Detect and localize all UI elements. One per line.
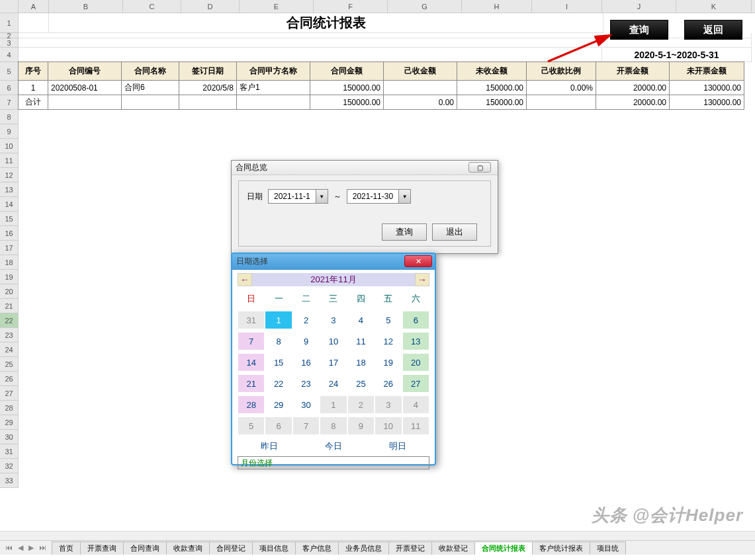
row-header[interactable]: 32 — [0, 459, 19, 473]
row-header[interactable]: 27 — [0, 386, 19, 401]
cell-unreceived[interactable]: 150000.00 — [457, 80, 527, 95]
row-header[interactable]: 23 — [0, 328, 19, 342]
calendar-day[interactable]: 25 — [348, 375, 374, 392]
row-header[interactable]: 6 — [0, 81, 19, 95]
calendar-day[interactable]: 14 — [238, 354, 264, 371]
row-header[interactable]: 16 — [0, 226, 19, 241]
col-header[interactable]: G — [388, 0, 462, 13]
calendar-day[interactable]: 8 — [320, 417, 346, 434]
sheet-tab[interactable]: 合同查询 — [123, 541, 167, 555]
row-header[interactable]: 1 — [0, 13, 19, 33]
cell-total-amount[interactable]: 150000.00 — [310, 95, 384, 110]
calendar-day[interactable]: 5 — [375, 311, 401, 329]
row-header[interactable]: 25 — [0, 357, 19, 372]
table-total-row[interactable]: 合计 150000.00 0.00 150000.00 20000.00 130… — [19, 95, 752, 110]
row-header[interactable]: 14 — [0, 197, 19, 212]
calendar-day[interactable]: 9 — [348, 417, 374, 434]
tomorrow-link[interactable]: 明日 — [381, 439, 414, 454]
col-header[interactable]: I — [532, 0, 602, 13]
row-header[interactable]: 11 — [0, 153, 19, 168]
calendar-day[interactable]: 6 — [265, 417, 291, 434]
month-select-input[interactable]: 月份选择 — [238, 456, 429, 469]
today-link[interactable]: 今日 — [317, 439, 350, 454]
col-header[interactable]: K — [676, 0, 752, 13]
cell-ratio[interactable]: 0.00% — [526, 80, 596, 95]
calendar-day[interactable]: 29 — [265, 396, 291, 413]
calendar-day[interactable]: 3 — [320, 311, 346, 329]
date-to-combo[interactable]: 2021-11-30 ▼ — [347, 189, 411, 204]
last-tab-icon[interactable]: ⏭ — [39, 543, 46, 552]
col-header[interactable]: E — [240, 0, 314, 13]
row-header[interactable]: 26 — [0, 372, 19, 386]
calendar-day[interactable]: 1 — [320, 396, 346, 413]
cell-amount[interactable]: 150000.00 — [310, 80, 384, 95]
row-header[interactable]: 21 — [0, 299, 19, 313]
sheet-tab[interactable]: 收款查询 — [166, 541, 210, 555]
calendar-day[interactable]: 28 — [238, 396, 264, 413]
calendar-day[interactable]: 15 — [265, 354, 291, 371]
calendar-day[interactable]: 7 — [293, 417, 319, 434]
row-header[interactable]: 15 — [0, 212, 19, 226]
cell-code[interactable]: 20200508-01 — [48, 80, 122, 95]
row-header[interactable]: 24 — [0, 342, 19, 357]
sheet-tab[interactable]: 客户信息 — [295, 541, 339, 555]
calendar-day[interactable]: 30 — [293, 396, 319, 413]
row-header[interactable]: 5 — [0, 62, 19, 81]
chevron-down-icon[interactable]: ▼ — [398, 190, 410, 203]
sheet-tab[interactable]: 开票查询 — [80, 541, 124, 555]
calendar-day[interactable]: 9 — [293, 333, 319, 350]
sheet-tab[interactable]: 业务员信息 — [338, 541, 389, 555]
row-header[interactable]: 20 — [0, 284, 19, 299]
select-all-cell[interactable] — [0, 0, 19, 13]
next-tab-icon[interactable]: ▶ — [28, 543, 34, 552]
prev-tab-icon[interactable]: ◀ — [18, 543, 23, 552]
calendar-day[interactable]: 19 — [375, 354, 401, 371]
row-header[interactable]: 33 — [0, 473, 19, 488]
calendar-day[interactable]: 10 — [320, 333, 346, 350]
row-header[interactable]: 18 — [0, 255, 19, 270]
calendar-day[interactable]: 4 — [403, 396, 429, 413]
chevron-down-icon[interactable]: ▼ — [316, 190, 328, 203]
calendar-day[interactable]: 11 — [348, 333, 374, 350]
sheet-tab[interactable]: 客户统计报表 — [532, 541, 590, 555]
sheet-tab[interactable]: 合同统计报表 — [474, 541, 533, 555]
calendar-day[interactable]: 20 — [403, 354, 429, 371]
calendar-day[interactable]: 27 — [403, 375, 429, 392]
row-header[interactable]: 22 — [0, 313, 19, 328]
calendar-day[interactable]: 1 — [265, 311, 291, 329]
row-header[interactable]: 8 — [0, 110, 19, 124]
row-header[interactable]: 2 — [0, 33, 19, 38]
calendar-day[interactable]: 26 — [375, 375, 401, 392]
calendar-day[interactable]: 2 — [293, 311, 319, 329]
date-from-combo[interactable]: 2021-11-1 ▼ — [268, 189, 328, 204]
cell-received[interactable] — [383, 80, 457, 95]
row-header[interactable]: 30 — [0, 430, 19, 444]
cell-total-unreceived[interactable]: 150000.00 — [457, 95, 527, 110]
row-header[interactable]: 3 — [0, 38, 19, 48]
calendar-day[interactable]: 8 — [265, 333, 291, 350]
row-header[interactable]: 28 — [0, 401, 19, 415]
col-header[interactable]: B — [49, 0, 123, 13]
cell-party[interactable]: 客户1 — [236, 80, 310, 95]
calendar-day[interactable]: 3 — [375, 396, 401, 413]
next-month-button[interactable]: → — [415, 273, 429, 286]
calendar-day[interactable]: 7 — [238, 333, 264, 350]
dialog-query-button[interactable]: 查询 — [382, 223, 427, 241]
calendar-day[interactable]: 6 — [403, 311, 429, 329]
row-header[interactable]: 9 — [0, 124, 19, 139]
col-header[interactable]: F — [314, 0, 388, 13]
close-icon[interactable]: ✕ — [404, 255, 432, 267]
calendar-day[interactable]: 18 — [348, 354, 374, 371]
cell-total-received[interactable]: 0.00 — [383, 95, 457, 110]
row-header[interactable]: 19 — [0, 270, 19, 284]
yesterday-link[interactable]: 昨日 — [253, 439, 286, 454]
back-button[interactable]: 返回 — [684, 20, 742, 40]
cell-invoiced[interactable]: 20000.00 — [596, 80, 670, 95]
calendar-day[interactable]: 16 — [293, 354, 319, 371]
calendar-day[interactable]: 4 — [348, 311, 374, 329]
calendar-day[interactable]: 24 — [320, 375, 346, 392]
row-header[interactable]: 29 — [0, 415, 19, 430]
close-icon[interactable]: ▢ — [468, 162, 491, 173]
calendar-day[interactable]: 17 — [320, 354, 346, 371]
col-header[interactable]: D — [181, 0, 240, 13]
